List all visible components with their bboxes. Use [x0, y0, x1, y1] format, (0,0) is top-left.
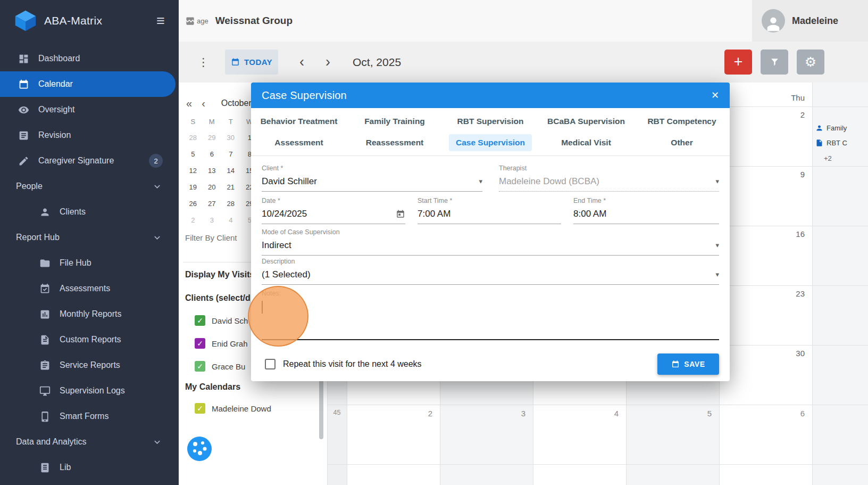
end-time-value: 8:00 AM [573, 209, 606, 219]
chart-icon [39, 309, 51, 320]
date-cell: 23 [719, 289, 812, 298]
tab-assessment[interactable]: Assessment [251, 132, 347, 153]
minical-date[interactable]: 7 [221, 146, 240, 162]
calendar-event[interactable]: Family [815, 124, 847, 132]
sidebar-item-supervision-logs[interactable]: Supervision Logs [0, 378, 179, 404]
date-cell: 2 [719, 110, 812, 119]
minical-prev-month-button[interactable]: ‹ [202, 98, 205, 109]
sidebar-item-smart-forms[interactable]: Smart Forms [0, 404, 179, 429]
minical-date[interactable]: 2 [183, 212, 203, 228]
minical-date[interactable]: 5 [183, 146, 203, 162]
tab-rbt-competency[interactable]: RBT Competency [634, 111, 730, 132]
tab-case-supervision[interactable]: Case Supervision [443, 132, 538, 153]
kebab-menu-icon[interactable]: ⋮ [198, 56, 209, 69]
sidebar-item-oversight[interactable]: Oversight [0, 97, 179, 122]
sidebar-group-report-hub[interactable]: Report Hub [0, 225, 179, 250]
sidebar-item-monthly-reports[interactable]: Monthly Reports [0, 301, 179, 327]
date-cell: 6 [719, 409, 812, 418]
date-field[interactable]: Date * 10/24/2025 [262, 197, 405, 224]
user-menu[interactable]: Madeleine [752, 0, 868, 42]
client-checkbox[interactable]: ✓ [195, 315, 205, 326]
menu-toggle-icon[interactable]: ≡ [156, 14, 165, 28]
minical-date[interactable]: 12 [183, 162, 203, 179]
calendar-checkbox[interactable]: ✓ [195, 403, 205, 414]
minical-date[interactable]: 29 [203, 129, 222, 146]
tab-medical-visit[interactable]: Medical Visit [538, 132, 634, 153]
tab-behavior-treatment[interactable]: Behavior Treatment [251, 111, 347, 132]
minical-date[interactable]: 28 [183, 129, 203, 146]
sidebar-item-caregiver-signature[interactable]: Caregiver Signature 2 [0, 148, 179, 174]
next-month-button[interactable]: › [326, 55, 330, 69]
tab-bcaba-supervision[interactable]: BCaBA Supervision [538, 111, 634, 132]
close-icon[interactable]: ✕ [711, 91, 719, 100]
panel-scrollbar[interactable] [319, 373, 323, 439]
minical-date[interactable]: 4 [221, 212, 240, 228]
calendar-icon [231, 57, 240, 67]
practice-name: Weissnat Group [215, 15, 293, 27]
client-checkbox[interactable]: ✓ [195, 361, 205, 372]
dialog-footer: Repeat this visit for the next 4 weeks S… [262, 354, 719, 375]
client-checkbox[interactable]: ✓ [195, 338, 205, 349]
minical-date[interactable]: 26 [183, 195, 203, 212]
tab-other[interactable]: Other [634, 132, 730, 153]
minical-date[interactable]: 3 [203, 212, 222, 228]
document-icon [18, 130, 29, 141]
description-select[interactable]: Description (1 Selected) ▾ [262, 258, 719, 285]
prev-month-button[interactable]: ‹ [299, 55, 304, 69]
event-person-icon [815, 124, 823, 132]
minical-date[interactable]: 21 [221, 179, 240, 195]
assignment-icon [39, 360, 51, 371]
sidebar-group-people[interactable]: People [0, 174, 179, 199]
tab-reassessment[interactable]: Reassessment [347, 132, 443, 153]
filter-button[interactable] [761, 50, 788, 75]
notes-textarea[interactable] [262, 298, 719, 340]
date-cell: 5 [626, 409, 719, 418]
sidebar-group-data-analytics[interactable]: Data and Analytics [0, 429, 179, 455]
end-time-field[interactable]: End Time * 8:00 AM [573, 197, 719, 224]
sidebar-item-calendar[interactable]: Calendar [0, 71, 176, 97]
sidebar-item-clients[interactable]: Clients [0, 199, 179, 225]
add-visit-button[interactable]: + [724, 50, 752, 75]
date-cell: 2 [347, 409, 440, 418]
theme-palette-button[interactable] [187, 437, 212, 461]
settings-button[interactable]: ⚙ [797, 50, 824, 75]
sidebar-item-dashboard[interactable]: Dashboard [0, 46, 179, 71]
app-root: ABA-Matrix ≡ Dashboard Calendar Oversigh… [0, 0, 868, 485]
user-name: Madeleine [792, 15, 838, 27]
my-calendars-header: My Calendars [185, 382, 240, 392]
device-icon [39, 411, 51, 422]
sidebar-item-custom-reports[interactable]: Custom Reports [0, 327, 179, 352]
repeat-checkbox-label: Repeat this visit for the next 4 weeks [283, 359, 422, 369]
repeat-checkbox[interactable] [265, 359, 276, 369]
calendar-event[interactable]: RBT C [815, 139, 847, 147]
start-time-field[interactable]: Start Time * 7:00 AM [418, 197, 561, 224]
minical-date[interactable]: 6 [203, 146, 222, 162]
minical-date[interactable]: 19 [183, 179, 203, 195]
sidebar-item-revision[interactable]: Revision [0, 122, 179, 148]
today-button[interactable]: TODAY [225, 50, 278, 75]
minical-date[interactable]: 28 [221, 195, 240, 212]
minical-date[interactable]: 27 [203, 195, 222, 212]
sidebar-item-service-reports[interactable]: Service Reports [0, 352, 179, 378]
minical-date[interactable]: 14 [221, 162, 240, 179]
avatar[interactable] [762, 9, 785, 32]
calendar-toolbar: ⋮ TODAY ‹ › Oct, 2025 + ⚙ [179, 42, 868, 83]
therapist-select[interactable]: Therapist Madeleine Dowd (BCBA) ▾ [499, 165, 719, 192]
minical-date[interactable]: 20 [203, 179, 222, 195]
client-select[interactable]: Client * David Schiller ▾ [262, 165, 482, 192]
save-button[interactable]: SAVE [657, 354, 719, 375]
sidebar-item-file-hub[interactable]: File Hub [0, 250, 179, 276]
minical-date[interactable]: 30 [221, 129, 240, 146]
mode-select[interactable]: Mode of Case Supervision Indirect ▾ [262, 228, 719, 256]
tab-family-training[interactable]: Family Training [347, 111, 443, 132]
minical-date[interactable]: 13 [203, 162, 222, 179]
chevron-down-icon [152, 437, 163, 448]
tab-rbt-supervision[interactable]: RBT Supervision [443, 111, 538, 132]
description-value: (1 Selected) [262, 269, 311, 280]
minical-prev-year-button[interactable]: « [186, 98, 192, 109]
sidebar-item-assessments[interactable]: Assessments [0, 276, 179, 301]
sidebar-item-library[interactable]: Lib [0, 455, 179, 480]
more-events-link[interactable]: +2 [824, 154, 832, 162]
start-time-value: 7:00 AM [418, 209, 450, 219]
calendar-name: Madeleine Dowd [212, 404, 271, 413]
